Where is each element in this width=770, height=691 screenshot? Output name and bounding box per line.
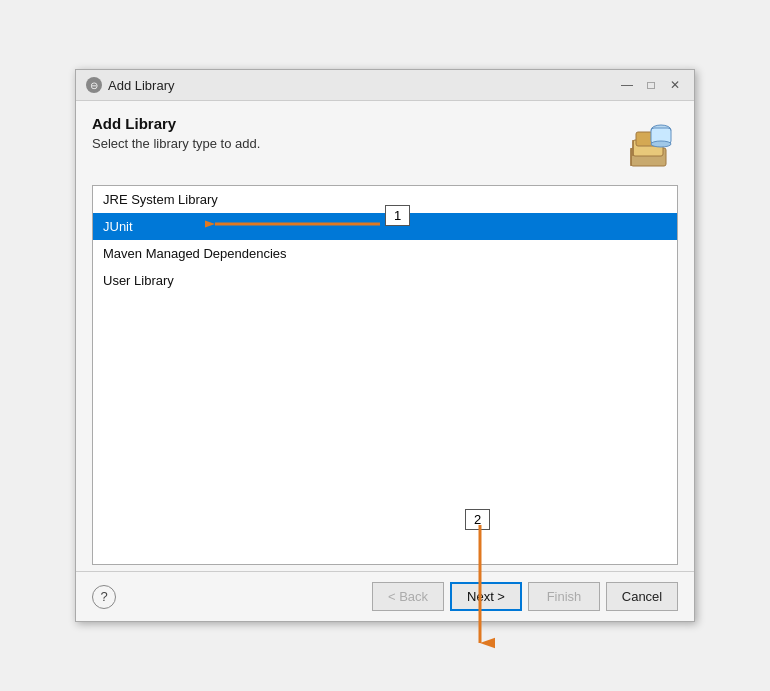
svg-point-5: [651, 141, 671, 147]
minimize-button[interactable]: —: [618, 76, 636, 94]
next-button[interactable]: Next >: [450, 582, 522, 611]
window-title: Add Library: [108, 78, 174, 93]
books-icon: [618, 115, 678, 175]
close-button[interactable]: ✕: [666, 76, 684, 94]
dialog-subtitle: Select the library type to add.: [92, 136, 260, 151]
help-button[interactable]: ?: [92, 585, 116, 609]
dialog-footer: ? < Back Next > Finish Cancel: [76, 571, 694, 621]
finish-button[interactable]: Finish: [528, 582, 600, 611]
list-item-jre[interactable]: JRE System Library: [93, 186, 677, 213]
footer-left: ?: [92, 585, 116, 609]
dialog-title: Add Library: [92, 115, 260, 132]
add-library-dialog: ⊖ Add Library — □ ✕ Add Library Select t…: [75, 69, 695, 622]
list-item-junit[interactable]: JUnit: [93, 213, 677, 240]
title-controls: — □ ✕: [618, 76, 684, 94]
footer-buttons: < Back Next > Finish Cancel: [372, 582, 678, 611]
header-text: Add Library Select the library type to a…: [92, 115, 260, 151]
library-list[interactable]: JRE System Library JUnit Maven Managed D…: [92, 185, 678, 565]
title-bar-left: ⊖ Add Library: [86, 77, 174, 93]
window-icon: ⊖: [86, 77, 102, 93]
title-bar: ⊖ Add Library — □ ✕: [76, 70, 694, 101]
list-item-maven[interactable]: Maven Managed Dependencies: [93, 240, 677, 267]
maximize-button[interactable]: □: [642, 76, 660, 94]
cancel-button[interactable]: Cancel: [606, 582, 678, 611]
back-button[interactable]: < Back: [372, 582, 444, 611]
header-area: Add Library Select the library type to a…: [76, 101, 694, 185]
list-item-user[interactable]: User Library: [93, 267, 677, 294]
